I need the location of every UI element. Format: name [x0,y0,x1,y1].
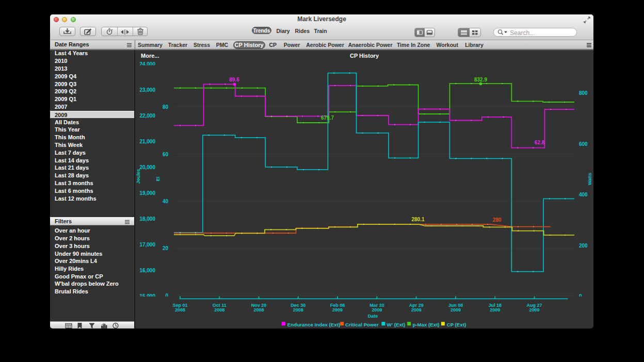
svg-text:2009: 2009 [529,307,540,312]
svg-text:62.8: 62.8 [535,140,545,145]
svg-text:2008: 2008 [175,307,185,312]
svg-text:W' (Ext): W' (Ext) [387,322,406,327]
svg-text:2008: 2008 [214,307,224,312]
svg-text:2008: 2008 [293,307,303,312]
svg-text:Endurance Index (Ext): Endurance Index (Ext) [287,322,340,327]
svg-text:21,000: 21,000 [139,139,155,144]
svg-text:2009: 2009 [332,307,343,312]
svg-text:89.6: 89.6 [229,77,239,83]
svg-text:832.9: 832.9 [474,77,487,83]
svg-text:280.1: 280.1 [411,217,424,222]
svg-text:60: 60 [163,152,169,157]
svg-text:600: 600 [579,141,588,147]
svg-text:23,000: 23,000 [139,87,155,93]
svg-text:19,000: 19,000 [139,190,155,196]
svg-text:Joules: Joules [136,169,141,184]
svg-text:280: 280 [493,217,502,223]
svg-text:22,000: 22,000 [139,113,155,119]
svg-text:2009: 2009 [450,307,461,312]
svg-text:CP (Ext): CP (Ext) [447,322,466,327]
svg-text:20: 20 [163,245,169,251]
svg-text:Watts: Watts [587,173,592,185]
svg-text:400: 400 [579,192,588,198]
svg-text:200: 200 [579,243,588,249]
svg-text:80: 80 [163,104,169,110]
svg-text:2009: 2009 [372,307,382,312]
svg-text:17,000: 17,000 [139,242,155,248]
svg-text:18,000: 18,000 [139,216,155,222]
svg-text:800: 800 [579,90,588,96]
svg-text:EI: EI [155,177,160,182]
svg-text:2009: 2009 [411,307,422,312]
svg-text:Critical Power: Critical Power [345,322,379,327]
svg-text:679.7: 679.7 [321,115,334,121]
svg-text:p-Max (Ext): p-Max (Ext) [412,322,439,327]
svg-text:Date: Date [368,314,378,319]
svg-text:16,000: 16,000 [139,268,155,273]
svg-text:40: 40 [163,199,169,204]
svg-text:2009: 2009 [490,307,500,312]
svg-text:20,000: 20,000 [139,164,155,170]
svg-text:2008: 2008 [253,307,264,312]
